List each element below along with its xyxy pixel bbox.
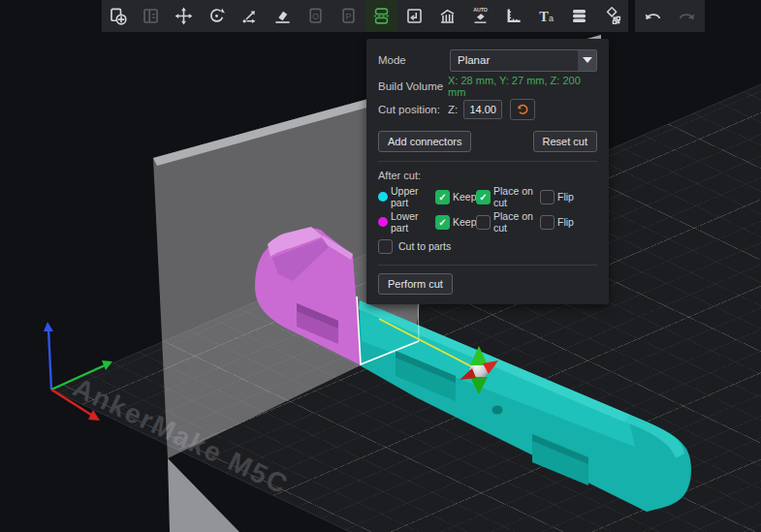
model-lower-part[interactable]	[359, 300, 691, 512]
drop-to-bed-button[interactable]	[397, 0, 430, 32]
cut-position-label: Cut position:	[378, 104, 440, 115]
copy-button[interactable]: O	[300, 0, 333, 32]
keep-label: Keep	[453, 216, 477, 228]
lower-part-color-dot	[378, 217, 388, 227]
reset-cut-button[interactable]: Reset cut	[533, 131, 597, 152]
svg-text:a: a	[549, 14, 554, 23]
lower-place-on-cut-checkbox[interactable]	[476, 215, 491, 230]
mode-dropdown[interactable]: Planar	[450, 49, 597, 72]
svg-text:O: O	[312, 12, 319, 21]
cut-plane-below-plate	[168, 458, 239, 532]
mesh-boolean-button[interactable]	[595, 0, 628, 32]
lower-part-row: Lower part Keep Place on cut Flip	[378, 212, 597, 232]
cut-axis-label: Z:	[448, 104, 458, 115]
paste-button[interactable]: P	[333, 0, 365, 32]
lower-keep-checkbox[interactable]	[435, 215, 450, 230]
upper-part-color-dot	[378, 192, 388, 202]
measure-button[interactable]	[496, 0, 529, 32]
upper-part-label: Upper part	[391, 185, 435, 208]
undo-redo-toolbar	[635, 0, 705, 32]
mode-dropdown-value: Planar	[451, 54, 578, 66]
z-axis-arrow	[44, 322, 53, 331]
cut-button[interactable]	[365, 0, 398, 32]
rotate-button[interactable]	[201, 0, 234, 32]
keep-label: Keep	[453, 191, 477, 203]
cut-position-input[interactable]: 14.00	[463, 100, 502, 119]
svg-text:AUTO: AUTO	[473, 7, 488, 13]
build-volume-value: X: 28 mm, Y: 27 mm, Z: 200 mm	[448, 75, 597, 98]
arrange-button[interactable]	[135, 0, 168, 32]
lower-part-hole	[492, 406, 503, 415]
cut-tool-panel: Mode Planar Build Volume X: 28 mm, Y: 27…	[366, 39, 609, 304]
svg-text:T: T	[539, 9, 549, 24]
redo-button[interactable]	[675, 4, 700, 29]
lay-flat-button[interactable]	[267, 0, 300, 32]
text-tool-button[interactable]: T a	[529, 0, 562, 32]
move-button[interactable]	[168, 0, 201, 32]
cut-to-parts-row: Cut to parts	[378, 236, 597, 256]
mode-label: Mode	[378, 54, 450, 66]
cut-to-parts-label: Cut to parts	[398, 240, 451, 252]
add-connectors-button[interactable]: Add connectors	[378, 131, 471, 152]
scale-button[interactable]	[234, 0, 267, 32]
divider	[378, 265, 597, 266]
reset-position-button[interactable]	[510, 99, 535, 120]
auto-orient-button[interactable]: AUTO	[463, 0, 496, 32]
support-button[interactable]	[430, 0, 463, 32]
place-on-cut-label: Place on cut	[493, 185, 540, 208]
after-cut-label: After cut:	[378, 170, 597, 181]
divider	[378, 161, 597, 162]
svg-text:P: P	[346, 12, 352, 21]
origin-axes	[44, 322, 112, 421]
app-window: AnkerMake M5C	[0, 0, 761, 532]
perform-cut-button[interactable]: Perform cut	[378, 273, 453, 295]
undo-button[interactable]	[640, 4, 665, 29]
layer-height-button[interactable]	[562, 0, 595, 32]
build-volume-label: Build Volume	[378, 80, 448, 92]
add-model-button[interactable]	[102, 0, 135, 32]
main-toolbar: O P AUTO	[102, 0, 628, 32]
chevron-down-icon[interactable]	[578, 50, 596, 71]
place-on-cut-label: Place on cut	[493, 210, 540, 234]
lower-flip-checkbox[interactable]	[540, 215, 555, 230]
upper-keep-checkbox[interactable]	[435, 190, 450, 204]
lower-part-label: Lower part	[391, 210, 435, 234]
cut-to-parts-checkbox[interactable]	[378, 239, 393, 254]
upper-flip-checkbox[interactable]	[540, 190, 555, 204]
upper-place-on-cut-checkbox[interactable]	[476, 190, 491, 204]
flip-label: Flip	[557, 191, 574, 203]
upper-part-row: Upper part Keep Place on cut Flip	[378, 187, 597, 206]
flip-label: Flip	[557, 216, 574, 228]
